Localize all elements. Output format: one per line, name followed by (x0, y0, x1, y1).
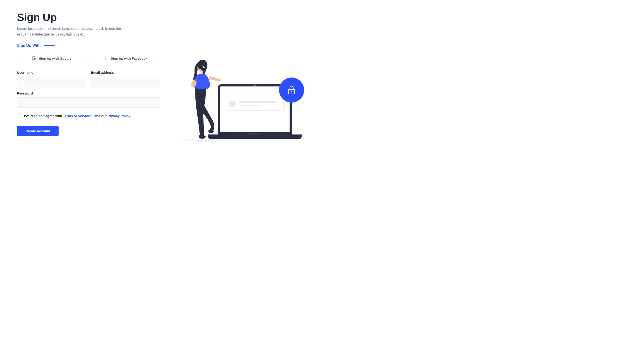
terms-text: I've read and agree with Terms of Servic… (24, 114, 130, 118)
page-subtitle: Lorem ipsum dolor sit amet, consectetur … (17, 26, 133, 37)
lock-icon (279, 77, 304, 102)
terms-middle: , and our (92, 114, 108, 118)
terms-row: I've read and agree with Terms of Servic… (17, 113, 160, 118)
social-heading-row: Sign Up With (17, 43, 160, 48)
page-title: Sign Up (17, 11, 160, 23)
facebook-icon (104, 56, 108, 60)
person-graphic (188, 58, 224, 140)
privacy-policy-link[interactable]: Privacy Policy (108, 114, 130, 118)
email-input[interactable] (91, 77, 160, 87)
social-buttons-row: Sign up with Google Sign up with Faceboo… (17, 53, 160, 64)
facebook-button-label: Sign up with Facebook (111, 56, 147, 60)
social-heading: Sign Up With (17, 43, 41, 48)
terms-of-service-link[interactable]: Terms of Services (63, 114, 92, 118)
username-group: Username (17, 71, 86, 87)
decorative-line (44, 45, 54, 46)
username-label: Username (17, 71, 86, 74)
email-label: Email address (91, 71, 160, 74)
google-signup-button[interactable]: Sign up with Google (17, 53, 86, 64)
terms-prefix: I've read and agree with (24, 114, 63, 118)
facebook-signup-button[interactable]: Sign up with Facebook (91, 53, 160, 64)
username-input[interactable] (17, 77, 86, 87)
password-input[interactable] (17, 97, 160, 108)
password-group: Password (17, 91, 160, 108)
svg-point-1 (291, 91, 292, 92)
terms-checkbox[interactable] (17, 113, 22, 118)
google-button-label: Sign up with Google (39, 56, 71, 60)
signup-form-section: Sign Up Lorem ipsum dolor sit amet, cons… (17, 11, 160, 169)
google-icon (32, 56, 36, 60)
svg-point-3 (218, 79, 221, 81)
signup-illustration (177, 50, 302, 142)
illustration-section (174, 11, 305, 169)
email-group: Email address (91, 71, 160, 87)
password-label: Password (17, 91, 160, 95)
create-account-button[interactable]: Create Account (17, 126, 58, 136)
